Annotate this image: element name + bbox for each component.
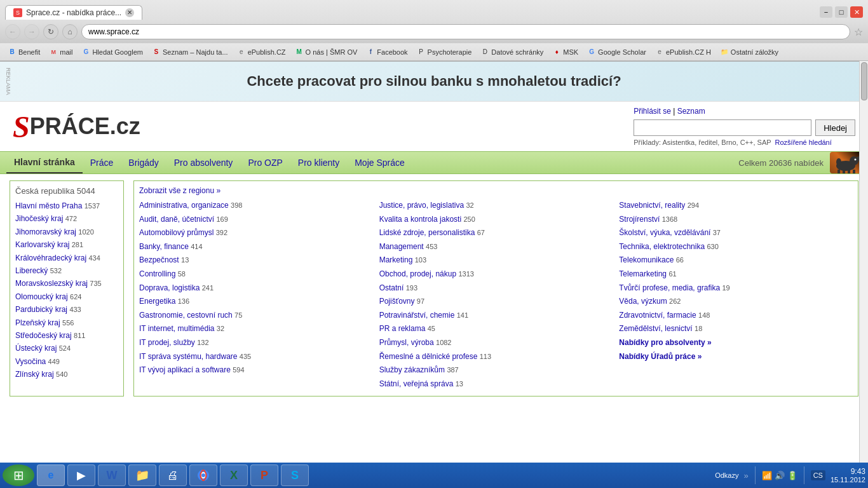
- region-stredocesky[interactable]: Středočeský kraj 811: [15, 329, 118, 342]
- tray-battery[interactable]: 🔋: [787, 471, 797, 480]
- login-link[interactable]: Přihlásit se: [634, 107, 671, 116]
- bookmark-facebook[interactable]: f Facebook: [362, 46, 411, 58]
- cat-statni[interactable]: Státní, veřejná správa 13: [379, 377, 613, 391]
- region-ustecky[interactable]: Ústecký kraj 524: [15, 342, 118, 355]
- back-button[interactable]: ←: [5, 24, 20, 39]
- home-button[interactable]: ⌂: [62, 24, 78, 39]
- search-input[interactable]: [634, 119, 811, 136]
- register-link[interactable]: Seznam: [677, 107, 705, 116]
- region-jihocesky[interactable]: Jihočeský kraj 472: [15, 212, 118, 225]
- cat-it-sprava[interactable]: IT správa systému, hardware 435: [139, 350, 373, 364]
- region-jihomoravsky[interactable]: Jihomoravský kraj 1020: [15, 226, 118, 238]
- nav-moje[interactable]: Moje Spráce: [347, 152, 412, 173]
- cat-strojirenstvi[interactable]: Strojírenství 1368: [619, 213, 853, 227]
- cat-it-vyvoj[interactable]: IT vývoj aplikací a software 594: [139, 363, 373, 377]
- taskbar-ppt[interactable]: P: [250, 464, 278, 486]
- nav-absolventy[interactable]: Pro absolventy: [166, 152, 241, 173]
- bookmark-datove[interactable]: D Datové schránky: [477, 46, 547, 58]
- cat-gastro[interactable]: Gastronomie, cestovní ruch 75: [139, 309, 373, 323]
- cat-nabidky-urady[interactable]: Nabídky Úřadů práce »: [619, 350, 853, 364]
- cat-prumysl[interactable]: Průmysl, výroba 1082: [379, 336, 613, 350]
- bookmark-onas[interactable]: M O nás | ŠMR OV: [291, 46, 362, 58]
- region-plzensky[interactable]: Plzeňský kraj 556: [15, 316, 118, 329]
- cat-telemarketing[interactable]: Telemarketing 61: [619, 268, 853, 281]
- cat-it-internet[interactable]: IT internet, multimédia 32: [139, 322, 373, 336]
- cat-veda[interactable]: Věda, výzkum 262: [619, 295, 853, 309]
- cat-it-prodej[interactable]: IT prodej, služby 132: [139, 336, 373, 350]
- cat-auto[interactable]: Automobilový průmysl 392: [139, 226, 373, 240]
- cat-pr[interactable]: PR a reklama 45: [379, 322, 613, 336]
- cat-energetika[interactable]: Energetika 136: [139, 295, 373, 309]
- url-input[interactable]: www.sprace.cz: [81, 24, 850, 39]
- region-olomoucky[interactable]: Olomoucký kraj 624: [15, 290, 118, 303]
- cat-controlling[interactable]: Controlling 58: [139, 268, 373, 281]
- bookmark-mail[interactable]: M mail: [45, 46, 76, 58]
- bookmark-star[interactable]: ☆: [854, 26, 863, 38]
- taskbar-chrome[interactable]: [189, 464, 217, 486]
- nav-prace[interactable]: Práce: [83, 152, 121, 173]
- start-button[interactable]: ⊞: [3, 464, 34, 486]
- taskbar-ie[interactable]: e: [37, 464, 65, 486]
- taskbar-media[interactable]: ▶: [67, 464, 95, 486]
- cat-kvalita[interactable]: Kvalita a kontrola jakosti 250: [379, 213, 613, 227]
- nav-ozp[interactable]: Pro OZP: [240, 152, 290, 173]
- cat-ostatni[interactable]: Ostatní 193: [379, 281, 613, 295]
- cat-potravinarstvi[interactable]: Potravinářství, chemie 141: [379, 309, 613, 323]
- cat-bezpecnost[interactable]: Bezpečnost 13: [139, 254, 373, 268]
- bookmark-other[interactable]: 📁 Ostatní záložky: [716, 46, 782, 58]
- region-zlinsky[interactable]: Zlínský kraj 540: [15, 368, 118, 381]
- forward-button[interactable]: →: [24, 24, 39, 39]
- region-kralovehradecky[interactable]: Královéhradecký kraj 434: [15, 252, 118, 264]
- taskbar-explorer[interactable]: 📁: [128, 464, 156, 486]
- cat-technika[interactable]: Technika, elektrotechnika 630: [619, 240, 853, 254]
- cat-zemedelstvi[interactable]: Zemědělství, lesnictví 18: [619, 322, 853, 336]
- bookmark-google[interactable]: G Hledat Googlem: [78, 46, 147, 58]
- cat-nabidky-absolv[interactable]: Nabídky pro absolventy »: [619, 336, 853, 350]
- taskbar-excel[interactable]: X: [220, 464, 248, 486]
- bookmark-benefit[interactable]: B Benefit: [4, 46, 44, 58]
- tray-network[interactable]: 📶: [762, 471, 772, 480]
- cat-doprava[interactable]: Doprava, logistika 241: [139, 281, 373, 295]
- minimize-button[interactable]: −: [820, 6, 832, 18]
- bookmark-msk[interactable]: ♦ MSK: [548, 46, 582, 58]
- reload-button[interactable]: ↻: [43, 24, 58, 39]
- region-pardubicky[interactable]: Pardubický kraj 433: [15, 303, 118, 316]
- cat-banky[interactable]: Banky, finance 414: [139, 240, 373, 254]
- cat-sluzby[interactable]: Služby zákazníkům 387: [379, 363, 613, 377]
- cat-remeslne[interactable]: Řemeslné a dělnické profese 113: [379, 350, 613, 364]
- bookmark-epublish2[interactable]: e ePublish.CZ H: [651, 46, 715, 58]
- taskbar-printer[interactable]: 🖨: [159, 464, 187, 486]
- region-vysocina[interactable]: Vysočina 449: [15, 355, 118, 368]
- taskbar-word[interactable]: W: [98, 464, 126, 486]
- nav-klienty[interactable]: Pro klienty: [290, 152, 347, 173]
- taskbar-skype[interactable]: S: [281, 464, 309, 486]
- cat-telekomunikace[interactable]: Telekomunikace 66: [619, 254, 853, 268]
- nav-hlavni-stranka[interactable]: Hlavní stránka: [6, 152, 83, 173]
- cat-management[interactable]: Management 453: [379, 240, 613, 254]
- advanced-search-link[interactable]: Rozšířené hledání: [775, 139, 832, 146]
- cat-stavebnictvi[interactable]: Stavebnictví, reality 294: [619, 199, 853, 213]
- cat-pojistovny[interactable]: Pojišťovny 97: [379, 295, 613, 309]
- scrollbar[interactable]: [859, 61, 868, 463]
- scrollbar-thumb[interactable]: [861, 62, 867, 100]
- tray-sound[interactable]: 🔊: [775, 471, 785, 480]
- taskbar-links-label[interactable]: Odkazy: [715, 471, 738, 479]
- region-praha[interactable]: Hlavní město Praha 1537: [15, 200, 118, 212]
- cat-obchod[interactable]: Obchod, prodej, nákup 1313: [379, 268, 613, 281]
- cat-lide[interactable]: Lidské zdroje, personalistika 67: [379, 226, 613, 240]
- cat-zdravotnictvi[interactable]: Zdravotnictví, farmacie 148: [619, 309, 853, 323]
- active-tab[interactable]: S Sprace.cz - nabídka práce... ✕: [5, 5, 142, 20]
- region-karlovarsky[interactable]: Karlovarský kraj 281: [15, 238, 118, 251]
- region-moravskoslezsky[interactable]: Moravskoslezský kraj 735: [15, 277, 118, 290]
- cat-skolstvi[interactable]: Školství, výuka, vzdělávání 37: [619, 226, 853, 240]
- region-liberecky[interactable]: Liberecký 532: [15, 264, 118, 277]
- close-button[interactable]: ✕: [850, 6, 863, 18]
- bookmark-seznam[interactable]: S Seznam – Najdu ta...: [148, 46, 232, 58]
- cat-audit[interactable]: Audit, daně, účetnictví 169: [139, 213, 373, 227]
- maximize-button[interactable]: □: [835, 6, 848, 18]
- cat-administrativa[interactable]: Administrativa, organizace 398: [139, 199, 373, 213]
- show-all-link[interactable]: Zobrazit vše z regionu »: [139, 186, 853, 195]
- nav-brigady[interactable]: Brigády: [121, 152, 166, 173]
- cat-marketing[interactable]: Marketing 103: [379, 254, 613, 268]
- language-indicator[interactable]: CS: [811, 470, 825, 480]
